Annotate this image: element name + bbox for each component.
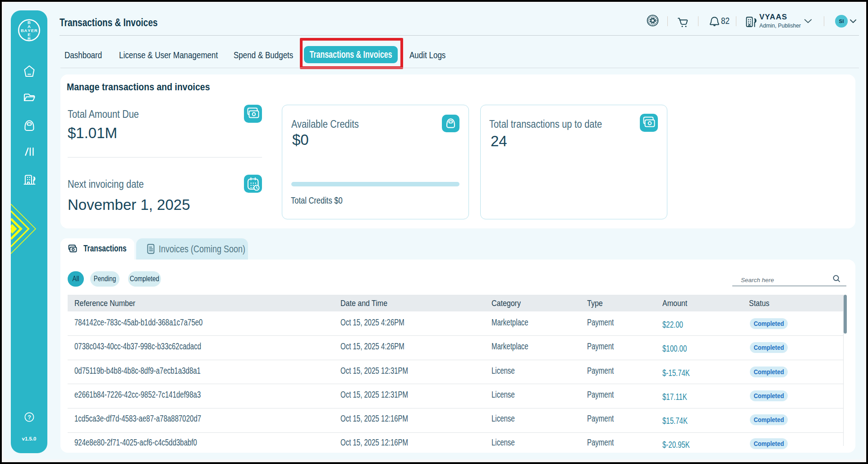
- svg-text:E: E: [31, 28, 34, 33]
- svg-text:v1.5.0: v1.5.0: [22, 436, 37, 441]
- svg-text:R: R: [28, 36, 31, 41]
- svg-text:R: R: [34, 28, 37, 33]
- svg-text:A: A: [24, 28, 28, 33]
- svg-text:?: ?: [28, 414, 31, 421]
- svg-text:B: B: [21, 28, 24, 33]
